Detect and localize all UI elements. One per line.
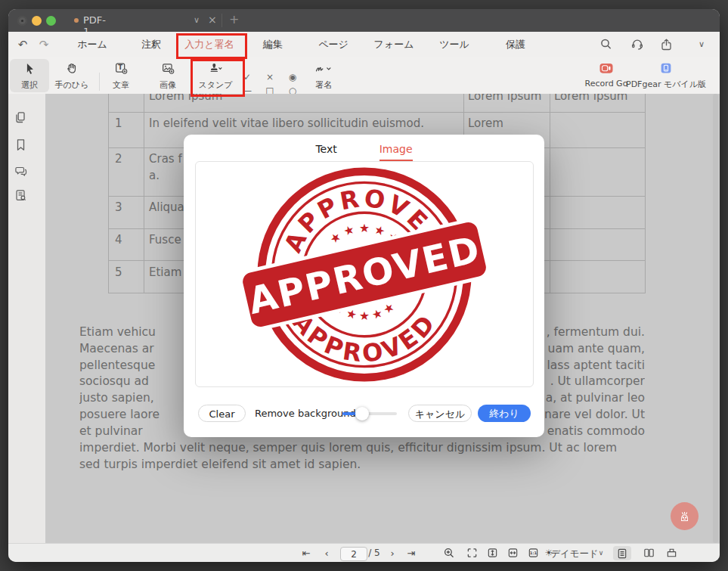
table-cell: Lorem — [468, 116, 503, 130]
menu-protect[interactable]: 保護 — [506, 32, 525, 57]
stamp-dialog: Text Image APPROVED APPROVED ★ ★ ★ ★ ★ ★… — [184, 135, 544, 437]
tool-hand[interactable]: 手のひら — [52, 59, 91, 92]
tool-add-image[interactable]: 画像 — [148, 59, 187, 92]
table-cell: Etiam — [149, 265, 181, 279]
tab-chevron-icon[interactable]: ∨ — [194, 15, 200, 25]
tool-cross[interactable]: × — [262, 70, 278, 84]
slider-thumb[interactable] — [355, 407, 369, 420]
pdfgear-mobile-button[interactable]: PDFgear モバイル版 — [621, 59, 711, 92]
annotation-box-stamp — [191, 59, 245, 97]
table-cell: Aliqua — [149, 200, 184, 214]
app-window: PDF-1 ∨ × + ↶ ↷ ホーム 注釈 入力と署名 編集 ページ フォーム… — [8, 9, 720, 562]
toolbar: 選択 手のひら T 文章 画像 スタンプ ✓ × ◉ — □ ○ 署名 — [8, 57, 720, 95]
robot-icon — [677, 508, 693, 525]
assistant-robot-button[interactable] — [671, 502, 699, 530]
menu-form[interactable]: フォーム — [374, 32, 414, 57]
stamp-dialog-tabs: Text Image — [184, 143, 544, 161]
svg-text:T: T — [118, 64, 122, 71]
done-button[interactable]: 終わり — [478, 405, 531, 422]
single-page-view-button[interactable] — [613, 546, 631, 560]
table-cell: Cras f — [149, 152, 182, 166]
two-page-view-button[interactable] — [643, 547, 656, 560]
menu-tools[interactable]: ツール — [439, 32, 469, 57]
tool-select[interactable]: 選択 — [10, 59, 49, 92]
table-row-num: 3 — [115, 200, 122, 214]
unsaved-dot-icon — [74, 18, 79, 23]
svg-text:1:1: 1:1 — [530, 551, 537, 555]
toolbar-separator — [99, 73, 100, 91]
menu-page[interactable]: ページ — [318, 32, 349, 57]
vertical-scrollbar[interactable] — [713, 94, 718, 543]
fit-height-icon[interactable] — [487, 547, 500, 560]
share-icon[interactable] — [659, 37, 674, 52]
menu-annotate[interactable]: 注釈 — [141, 32, 161, 57]
redo-button[interactable]: ↷ — [39, 32, 49, 57]
statusbar: ⇤ ‹ / 5 › ⇥ 1:1 ☀ デイモード ∨ — [8, 543, 720, 562]
traffic-light-zoom[interactable] — [46, 16, 56, 26]
table-row-num: 5 — [115, 265, 122, 279]
previous-page-button[interactable]: ‹ — [324, 544, 328, 562]
support-icon[interactable] — [630, 37, 645, 52]
remove-background-slider[interactable] — [342, 412, 397, 415]
tool-dot[interactable]: ◉ — [284, 70, 301, 84]
titlebar: PDF-1 ∨ × + — [8, 9, 720, 32]
comments-icon[interactable] — [14, 164, 28, 178]
menu-edit[interactable]: 編集 — [263, 32, 283, 57]
day-mode-select[interactable]: デイモード — [550, 544, 599, 562]
paragraph-line: imperdiet. Morbi velit neque, semper qui… — [79, 441, 645, 455]
table-cell: In eleifend velit vitae libero sollicitu… — [149, 116, 424, 130]
table-row-num: 2 — [115, 152, 122, 166]
paragraph-line: sed turpis imperdiet eleifend sit amet i… — [79, 458, 645, 471]
clear-button[interactable]: Clear — [198, 405, 246, 422]
next-page-button[interactable]: › — [390, 544, 394, 562]
table-cell: Fusce — [149, 233, 181, 247]
new-tab-button[interactable]: + — [229, 12, 239, 26]
day-mode-chevron-icon[interactable]: ∨ — [599, 544, 604, 562]
menubar: ↶ ↷ ホーム 注釈 入力と署名 編集 ページ フォーム ツール 保護 ∨ — [8, 32, 720, 58]
tool-add-text[interactable]: T 文章 — [101, 59, 141, 92]
table-row-num: 4 — [115, 233, 122, 247]
fit-width-icon[interactable] — [507, 547, 520, 560]
left-sidebar — [8, 94, 46, 543]
undo-button[interactable]: ↶ — [18, 32, 28, 57]
scroll-view-button[interactable] — [666, 547, 679, 560]
remove-background-label: Remove background — [255, 405, 356, 422]
stamp-preview-box: APPROVED APPROVED ★ ★ ★ ★ ★ ★ ★ ★ ★ ★ AP… — [195, 161, 534, 387]
tool-signature[interactable]: 署名 — [304, 59, 343, 92]
last-page-button[interactable]: ⇥ — [407, 544, 416, 562]
traffic-light-minimize[interactable] — [32, 16, 42, 26]
approved-stamp-image: APPROVED APPROVED ★ ★ ★ ★ ★ ★ ★ ★ ★ ★ AP… — [254, 164, 475, 385]
table-header-cell: Lorem ipsum — [554, 94, 627, 103]
tab-text[interactable]: Text — [315, 143, 336, 161]
tab-separator — [221, 14, 222, 27]
annotation-box-fill-sign — [176, 33, 247, 59]
menubar-collapse-chevron-icon[interactable]: ∨ — [699, 32, 705, 57]
search-document-icon[interactable] — [14, 188, 28, 203]
cancel-button[interactable]: キャンセル — [408, 405, 472, 422]
table-cell: a. — [149, 169, 160, 182]
bookmarks-icon[interactable] — [14, 138, 28, 152]
traffic-light-close[interactable] — [17, 16, 27, 26]
menu-home[interactable]: ホーム — [77, 32, 107, 57]
table-header-cell: Lorem ipsum — [468, 94, 541, 103]
tab-image[interactable]: Image — [379, 143, 413, 161]
thumbnails-icon[interactable] — [14, 110, 28, 125]
table-row-num: 1 — [115, 116, 122, 130]
zoom-icon[interactable] — [443, 547, 456, 560]
first-page-button[interactable]: ⇤ — [302, 544, 311, 562]
page-total-label: / 5 — [368, 544, 380, 562]
fit-page-icon[interactable] — [466, 547, 479, 560]
actual-size-icon[interactable]: 1:1 — [528, 547, 541, 560]
search-icon[interactable] — [599, 37, 614, 52]
tab-close-icon[interactable]: × — [208, 14, 217, 26]
page-number-input[interactable] — [340, 547, 367, 561]
